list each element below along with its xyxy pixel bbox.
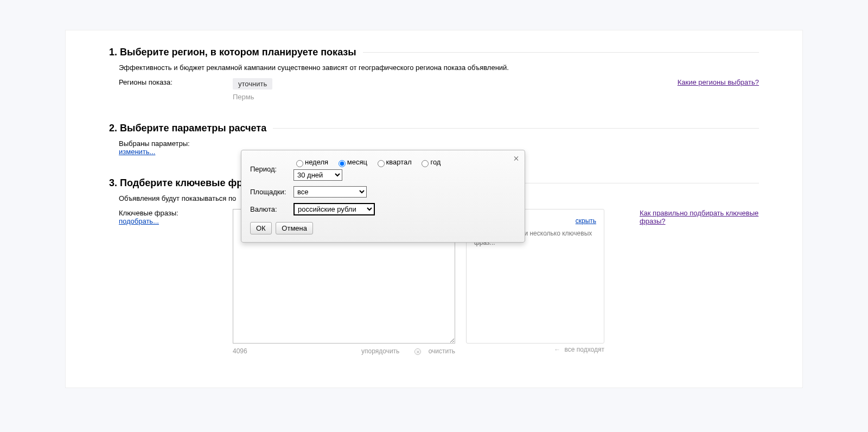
selected-region: Пермь: [233, 93, 759, 101]
params-selected-label: Выбраны параметры:: [119, 139, 233, 148]
params-preview: [233, 139, 759, 151]
keyphrases-label: Ключевые фразы:: [119, 209, 233, 217]
keyphrases-help-link[interactable]: Как правильно подбирать ключевые фразы?: [640, 209, 759, 225]
duration-select[interactable]: 30 дней: [293, 169, 342, 181]
params-dialog: Период: неделя месяц квартал год 30 дней…: [241, 150, 525, 243]
sort-action[interactable]: упорядочить: [361, 347, 399, 355]
period-quarter-radio[interactable]: квартал: [375, 158, 412, 166]
cancel-button[interactable]: Отмена: [276, 222, 313, 234]
period-year-radio[interactable]: год: [419, 158, 441, 166]
all-fit-action[interactable]: все подходят: [565, 346, 604, 353]
sites-label: Площадки:: [250, 188, 293, 196]
step1-heading: 1. Выберите регион, в котором планируете…: [109, 47, 759, 58]
clear-action[interactable]: очистить: [408, 347, 455, 355]
change-params-link[interactable]: изменить...: [119, 148, 155, 156]
clear-icon: [414, 348, 421, 355]
divider: [273, 128, 759, 129]
regions-label: Регионы показа:: [119, 78, 233, 86]
sites-select[interactable]: все: [293, 186, 367, 198]
period-label: Период:: [250, 165, 293, 173]
ok-button[interactable]: ОК: [250, 222, 272, 234]
step2-heading: 2. Выберите параметры расчета: [109, 123, 759, 134]
currency-label: Валюта:: [250, 205, 293, 213]
period-month-radio[interactable]: месяц: [336, 158, 367, 166]
close-icon[interactable]: [513, 155, 520, 162]
currency-select[interactable]: российские рубли: [293, 203, 375, 215]
hints-hide-link[interactable]: скрыть: [576, 217, 596, 225]
refine-region-button[interactable]: уточнить: [233, 78, 272, 90]
left-arrow-icon: ←: [554, 346, 560, 353]
step1-subtext: Эффективность и бюджет рекламной кампани…: [119, 63, 759, 72]
pick-keyphrases-link[interactable]: подобрать...: [119, 217, 159, 225]
char-counter: 4096: [233, 347, 247, 355]
region-help-link[interactable]: Какие регионы выбрать?: [678, 78, 759, 86]
period-week-radio[interactable]: неделя: [293, 158, 328, 166]
divider: [363, 52, 759, 53]
